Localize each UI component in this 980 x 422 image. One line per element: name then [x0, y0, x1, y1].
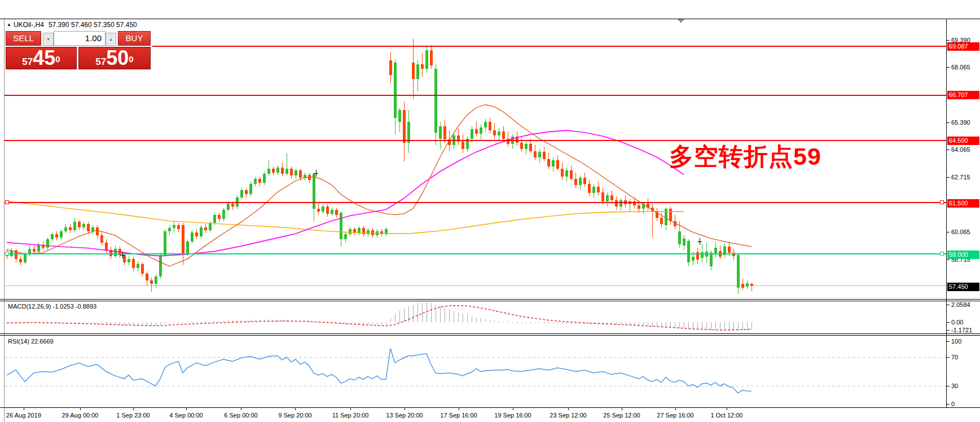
candle-body: [498, 131, 500, 135]
macd-histogram-bar: [84, 322, 85, 323]
candle-body: [182, 225, 184, 254]
buy-price-prefix: 57: [95, 56, 106, 68]
candle-body: [574, 179, 577, 185]
macd-histogram-bar: [399, 311, 401, 322]
candle-body: [105, 243, 108, 250]
collapse-triangle-icon[interactable]: ▲: [7, 22, 11, 27]
buy-price-big: 50: [106, 49, 129, 68]
candle-body: [186, 241, 189, 254]
price-tick-label: 64.065: [951, 146, 970, 153]
buy-button[interactable]: BUY: [118, 31, 151, 46]
macd-histogram-bar: [521, 322, 522, 323]
line-handle[interactable]: [5, 201, 8, 204]
macd-histogram-bar: [508, 322, 509, 323]
macd-histogram-bar: [413, 305, 414, 322]
candle-body: [168, 228, 171, 231]
macd-histogram-bar: [418, 304, 419, 322]
macd-tick-label: -1.1721: [951, 327, 972, 333]
volume-decrease-button[interactable]: ▼: [43, 33, 54, 46]
volume-input[interactable]: 1.00: [54, 31, 106, 46]
candle-body: [484, 122, 487, 127]
macd-histogram-bar: [359, 322, 360, 324]
date-label: 6 Sep 00:00: [224, 412, 257, 419]
macd-histogram-bar: [390, 318, 392, 322]
candle-body: [335, 210, 338, 215]
candle-body: [150, 280, 153, 283]
candle-body: [746, 283, 749, 287]
candle-body: [696, 252, 699, 260]
price-tick-label: 62.715: [951, 174, 970, 181]
candle-body: [100, 235, 103, 243]
macd-histogram-bar: [458, 313, 459, 323]
candle-body: [416, 64, 419, 79]
price-badge-label: 66.707: [949, 91, 968, 98]
candle-body: [87, 224, 90, 231]
candle-body: [272, 169, 275, 173]
candle-body: [295, 170, 297, 175]
macd-histogram-bar: [436, 305, 437, 323]
candle-body: [155, 276, 157, 284]
buy-price-display[interactable]: 57500: [78, 47, 151, 69]
candle-body: [141, 264, 144, 273]
macd-histogram-bar: [431, 303, 432, 322]
macd-histogram-bar: [251, 320, 252, 322]
candle-body: [565, 170, 568, 177]
price-badge-label: 57.450: [949, 283, 968, 290]
candle-body: [159, 255, 162, 276]
candle-body: [55, 234, 58, 237]
sell-price-sup: 0: [55, 47, 60, 71]
macd-histogram-bar: [61, 322, 62, 323]
macd-histogram-bar: [499, 321, 500, 322]
line-handle[interactable]: [940, 252, 943, 256]
macd-histogram-bar: [97, 322, 98, 324]
candle-body: [425, 50, 428, 69]
candle-body: [669, 209, 672, 221]
macd-histogram-bar: [440, 306, 441, 322]
macd-histogram-bar: [562, 322, 563, 324]
date-label: 23 Sep 12:00: [550, 412, 586, 419]
candle-body: [137, 264, 139, 268]
candle-body: [502, 131, 505, 139]
candle-body: [326, 206, 329, 214]
price-badge-label: 64.500: [949, 137, 968, 144]
macd-histogram-bar: [178, 322, 179, 323]
candle-body: [741, 284, 744, 288]
macd-histogram-bar: [377, 322, 378, 324]
price-badge-label: 69.087: [949, 43, 968, 50]
candle-body: [240, 190, 243, 197]
candle-body: [191, 232, 194, 241]
macd-histogram-bar: [490, 320, 491, 322]
line-handle[interactable]: [940, 201, 943, 204]
candle-body: [601, 192, 604, 201]
sell-price-display[interactable]: 57450: [6, 47, 77, 69]
macd-histogram-bar: [684, 322, 685, 328]
candle-body: [222, 210, 225, 219]
candle-body: [340, 213, 342, 239]
macd-histogram-bar: [160, 322, 161, 325]
candle-body: [267, 169, 270, 174]
candle-body: [96, 227, 99, 236]
volume-increase-button[interactable]: ▲: [106, 33, 116, 46]
macd-tick-label: 2.0584: [951, 301, 970, 308]
candle-body: [231, 204, 234, 206]
macd-histogram-bar: [485, 319, 486, 322]
macd-histogram-bar: [88, 322, 89, 323]
macd-histogram-bar: [381, 322, 383, 325]
candle-body: [683, 239, 685, 245]
macd-histogram-bar: [363, 322, 364, 324]
candle-body: [561, 169, 564, 177]
date-label: 27 Sep 16:00: [657, 412, 693, 419]
candle-body: [218, 215, 221, 219]
candle-body: [597, 187, 600, 192]
macd-histogram-bar: [643, 322, 644, 326]
macd-histogram-bar: [476, 318, 477, 322]
macd-histogram-bar: [548, 322, 550, 324]
macd-histogram-bar: [223, 320, 225, 322]
line-handle[interactable]: [5, 252, 8, 256]
macd-histogram-bar: [752, 322, 753, 330]
macd-histogram-bar: [124, 322, 125, 326]
macd-histogram-bar: [228, 320, 229, 322]
sell-button[interactable]: SELL: [6, 31, 41, 46]
candle-body: [520, 143, 523, 149]
macd-histogram-bar: [314, 322, 315, 323]
